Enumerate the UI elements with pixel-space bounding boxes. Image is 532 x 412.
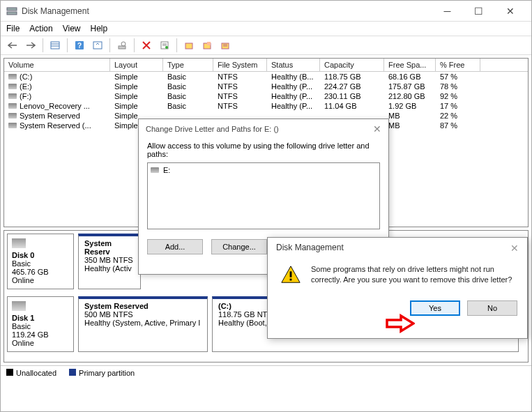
svg-text:?: ? [77,42,82,49]
format-icon[interactable] [199,38,215,53]
cell-type: Basic [163,91,213,101]
minimize-button[interactable]: ─ [432,1,463,21]
menu-help[interactable]: Help [91,24,108,33]
svg-rect-8 [119,46,126,49]
table-row[interactable]: (C:)SimpleBasicNTFSHealthy (B...118.75 G… [4,72,528,82]
col-status[interactable]: Status [267,59,320,71]
drive-icon [8,93,17,99]
partition-size: 500 MB NTFS [84,310,202,319]
legend-primary: Primary partition [69,369,135,377]
yes-button[interactable]: Yes [410,300,460,316]
volume-name: System Reserved (... [20,121,91,130]
svg-rect-16 [207,42,211,45]
table-row[interactable]: (F:)SimpleBasicNTFSHealthy (P...230.11 G… [4,91,528,101]
cell-fs: NTFS [213,72,267,82]
menu-view[interactable]: View [63,24,81,33]
menu-action[interactable]: Action [29,24,52,33]
dialog-titlebar: Disk Management ✕ [268,238,527,259]
volume-header: Volume Layout Type File System Status Ca… [4,59,528,72]
partition-size: 350 MB NTFS [84,256,135,264]
disk1-partition1[interactable]: System Reserved 500 MB NTFS Healthy (Sys… [78,296,208,352]
svg-rect-21 [290,279,292,281]
drive-paths-listbox[interactable]: E: [147,162,380,229]
disk0-label[interactable]: Disk 0 Basic 465.76 GB Online [7,234,74,289]
partition-status: Healthy (Activ [84,264,135,273]
maximize-button[interactable]: ☐ [463,1,494,21]
refresh-icon[interactable] [90,38,105,53]
cell-fs: NTFS [213,91,267,101]
svg-rect-14 [185,43,192,49]
partition-status: Healthy (System, Active, Primary I [84,319,202,327]
menu-file[interactable]: File [6,24,20,33]
annotation-arrow [386,314,415,336]
back-icon[interactable] [5,38,20,53]
cell-pct: 17 % [436,101,480,111]
cell-free: 175.87 GB [384,82,436,91]
menubar: File Action View Help [1,22,531,36]
volume-name: System Reserved [20,112,80,120]
dialog-titlebar: Change Drive Letter and Paths for E: () … [139,119,388,139]
col-pctfree[interactable]: % Free [436,59,480,71]
cell-layout: Simple [110,101,163,111]
disk1-name: Disk 1 [12,314,69,322]
disk0-partition1[interactable]: System Reserv 350 MB NTFS Healthy (Activ [78,234,141,289]
col-capacity[interactable]: Capacity [320,59,384,71]
partition-name: System Reserved [84,302,202,310]
list-item[interactable]: E: [151,166,377,174]
delete-icon[interactable] [139,38,154,53]
cell-free: MB [384,111,436,121]
disk1-size: 119.24 GB [12,330,69,339]
extend-icon[interactable] [218,38,233,53]
cell-free: MB [384,121,436,130]
toolbar: ? [1,36,531,55]
legend-unallocated: Unallocated [6,369,56,377]
settings-icon[interactable] [114,38,130,53]
disk-icon [12,301,26,311]
close-icon[interactable]: ✕ [373,123,381,135]
disk-icon [12,238,26,248]
svg-rect-1 [7,12,17,15]
cell-free: 68.16 GB [384,72,436,82]
disk1-state: Online [12,339,69,347]
drive-icon [8,103,17,109]
col-freespace[interactable]: Free Spa... [384,59,436,71]
forward-icon[interactable] [23,38,38,53]
col-volume[interactable]: Volume [4,59,110,71]
add-button[interactable]: Add... [147,239,203,254]
warning-icon [280,264,301,288]
cell-pct: 22 % [436,111,480,121]
disk1-label[interactable]: Disk 1 Basic 119.24 GB Online [7,296,74,352]
table-row[interactable]: (E:)SimpleBasicNTFSHealthy (P...224.27 G… [4,82,528,91]
svg-rect-0 [7,8,17,10]
col-filesystem[interactable]: File System [213,59,267,71]
drive-icon [151,167,159,173]
cell-fs: NTFS [213,101,267,111]
cell-layout: Simple [110,91,163,101]
app-icon [6,6,17,17]
svg-rect-20 [290,271,292,277]
help-icon[interactable]: ? [72,38,87,53]
disk0-size: 465.76 GB [12,268,69,276]
new-volume-icon[interactable] [181,38,197,53]
change-button[interactable]: Change... [211,239,267,254]
close-button[interactable]: ✕ [494,1,526,21]
drive-icon [8,84,17,89]
properties-icon[interactable] [157,38,172,53]
dialog-title: Change Drive Letter and Paths for E: () [146,125,279,133]
table-row[interactable]: Lenovo_Recovery ...SimpleBasicNTFSHealth… [4,101,528,111]
col-layout[interactable]: Layout [110,59,163,71]
titlebar: Disk Management ─ ☐ ✕ [1,1,531,22]
col-type[interactable]: Type [163,59,213,71]
cell-free: 1.92 GB [384,101,436,111]
cell-pct: 57 % [436,72,480,82]
confirm-message: Some programs that rely on drive letters… [311,264,515,288]
cell-type: Basic [163,101,213,111]
cell-status: Healthy (P... [267,101,320,111]
no-button[interactable]: No [467,300,517,316]
view-list-icon[interactable] [47,38,63,53]
disk0-type: Basic [12,259,69,268]
cell-capacity: 224.27 GB [320,82,384,91]
close-icon[interactable]: ✕ [510,243,519,254]
cell-capacity: 118.75 GB [320,72,384,82]
disk1-type: Basic [12,322,69,330]
